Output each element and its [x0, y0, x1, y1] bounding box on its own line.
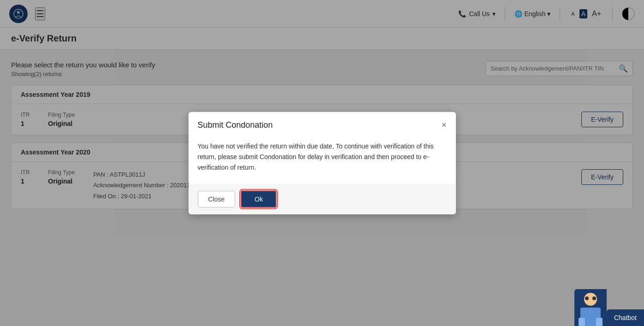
- modal-close-button[interactable]: Close: [198, 191, 236, 207]
- modal-footer: Close Ok: [189, 184, 456, 214]
- submit-condonation-modal: Submit Condonation × You have not verifi…: [189, 112, 456, 214]
- modal-body: You have not verified the return within …: [189, 136, 456, 184]
- chatbot-label[interactable]: Chatbot: [607, 309, 644, 326]
- modal-close-x-button[interactable]: ×: [442, 121, 447, 129]
- chatbot-text: Chatbot: [614, 314, 637, 321]
- modal-ok-button[interactable]: Ok: [241, 190, 277, 208]
- chatbot-widget[interactable]: Chatbot: [574, 289, 644, 326]
- modal-header: Submit Condonation ×: [189, 112, 456, 136]
- modal-title: Submit Condonation: [198, 120, 273, 130]
- modal-body-text: You have not verified the return within …: [198, 141, 447, 172]
- chatbot-avatar: [574, 289, 607, 326]
